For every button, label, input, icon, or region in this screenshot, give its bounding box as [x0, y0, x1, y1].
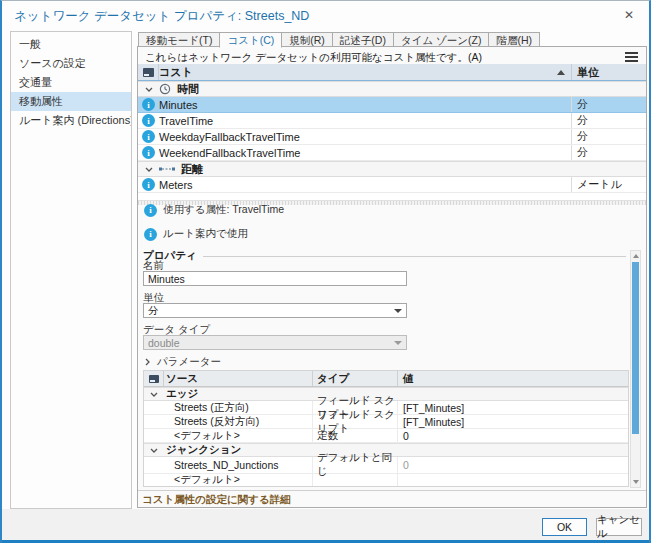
titlebar: ネットワーク データセット プロパティ: Streets_ND ✕	[2, 1, 649, 29]
units-column-header[interactable]: 単位	[571, 64, 646, 80]
network-dataset-properties-dialog: ネットワーク データセット プロパティ: Streets_ND ✕ 一般 ソース…	[0, 0, 651, 543]
tab-hierarchy[interactable]: 階層(H)	[488, 32, 540, 47]
chevron-down-icon[interactable]	[144, 388, 164, 400]
evaluator-type: フィールド スクリプト	[312, 415, 397, 428]
cost-name: Meters	[159, 179, 571, 191]
sidebar-item-travel-attributes[interactable]: 移動属性	[11, 92, 131, 111]
evaluator-row-junctions[interactable]: Streets_ND_Junctions デフォルトと同じ 0	[144, 457, 628, 474]
row-header-column-icon	[144, 371, 164, 386]
name-input[interactable]: Minutes	[143, 271, 407, 286]
menu-icon[interactable]	[625, 52, 638, 64]
cost-row-weekday-fallback[interactable]: i WeekdayFallbackTravelTime 分	[138, 129, 646, 145]
tab-restrictions[interactable]: 規制(R)	[282, 32, 332, 47]
tab-strip: 移動モード(T) コスト(C) 規制(R) 記述子(D) タイム ゾーン(Z) …	[138, 31, 540, 47]
group-row-distance[interactable]: 距離	[138, 161, 646, 177]
cost-column-header[interactable]: コスト	[159, 65, 193, 80]
group-row-time[interactable]: 時間	[138, 81, 646, 97]
source-column-header[interactable]: ソース	[164, 372, 312, 386]
evaluators-table: ソース タイプ 値 エッジ Streets (正方向) フィールド スクリプト …	[143, 370, 629, 487]
cost-settings-help-link[interactable]: コスト属性の設定に関する詳細	[142, 493, 291, 507]
info-icon: i	[142, 98, 155, 111]
cost-unit: 分	[571, 129, 646, 144]
dialog-title: ネットワーク データセット プロパティ: Streets_ND	[14, 8, 309, 25]
info-icon: i	[142, 146, 155, 159]
chevron-right-icon	[145, 358, 150, 366]
cost-unit: 分	[571, 145, 646, 160]
tab-descriptors[interactable]: 記述子(D)	[332, 32, 393, 47]
evaluator-row-clipped[interactable]: <デフォルト>	[144, 474, 628, 486]
info-icon: i	[142, 130, 155, 143]
datatype-select: double	[143, 335, 407, 350]
cost-name: Minutes	[159, 99, 571, 111]
cost-unit: 分	[571, 97, 646, 112]
sidebar-item-directions[interactable]: ルート案内 (Directions)	[11, 111, 131, 130]
info-icon: i	[144, 228, 157, 241]
evaluator-value: [FT_Minutes]	[397, 415, 628, 428]
group-label-edges: エッジ	[164, 387, 312, 401]
type-column-header[interactable]: タイプ	[312, 371, 397, 386]
costs-tab-page: これらはネットワーク データセットの利用可能なコスト属性です。(A) コスト 単…	[137, 46, 647, 508]
info-icon: i	[144, 204, 157, 217]
evaluator-source: <デフォルト>	[164, 429, 312, 443]
group-label-distance: 距離	[181, 162, 203, 177]
evaluator-value: [FT_Minutes]	[397, 401, 628, 414]
evaluator-value: 0	[397, 429, 628, 442]
sidebar-item-general[interactable]: 一般	[11, 35, 131, 54]
distance-icon	[159, 165, 175, 173]
properties-pane: プロパティ 名前 Minutes 単位 分 データ タイプ double パラメ…	[139, 247, 630, 490]
evaluator-type: 定数	[312, 429, 397, 442]
group-label-junctions: ジャンクション	[164, 443, 312, 457]
cancel-button[interactable]: キャンセル	[596, 518, 642, 536]
tab-travel-modes[interactable]: 移動モード(T)	[138, 32, 219, 47]
evaluator-row-default-edge[interactable]: <デフォルト> 定数 0	[144, 429, 628, 443]
scrollbar-thumb[interactable]	[632, 262, 639, 434]
sidebar-item-traffic[interactable]: 交通量	[11, 73, 131, 92]
cost-row-minutes[interactable]: i Minutes 分	[138, 97, 646, 113]
chevron-down-icon[interactable]	[144, 444, 164, 456]
evaluator-source: Streets_ND_Junctions	[164, 459, 312, 471]
info-icon: i	[142, 114, 155, 127]
cost-row-meters[interactable]: i Meters メートル	[138, 177, 646, 193]
chevron-down-icon[interactable]	[138, 87, 159, 92]
chevron-down-icon	[394, 341, 402, 345]
chevron-down-icon[interactable]	[138, 167, 159, 172]
info-icon: i	[142, 178, 155, 191]
cost-name: WeekdayFallbackTravelTime	[159, 131, 571, 143]
group-label-time: 時間	[177, 82, 199, 97]
evaluator-source: <デフォルト>	[164, 474, 312, 486]
sidebar: 一般 ソースの設定 交通量 移動属性 ルート案内 (Directions)	[10, 31, 132, 509]
evaluators-table-header[interactable]: ソース タイプ 値	[144, 371, 628, 387]
evaluator-type: デフォルトと同じ	[312, 457, 397, 473]
pane-divider	[138, 490, 646, 491]
cost-attributes-table: コスト 単位 時間 i Minutes	[138, 64, 646, 205]
cost-unit: メートル	[571, 177, 646, 192]
evaluator-row-streets-tf[interactable]: Streets (反対方向) フィールド スクリプト [FT_Minutes]	[144, 415, 628, 429]
evaluator-value: 0	[397, 457, 628, 473]
scroll-down-icon[interactable]	[631, 477, 640, 487]
cost-row-weekend-fallback[interactable]: i WeekendFallbackTravelTime 分	[138, 145, 646, 161]
cost-table-header[interactable]: コスト 単位	[138, 64, 646, 81]
cost-name: WeekendFallbackTravelTime	[159, 147, 571, 159]
row-header-column-icon	[138, 64, 159, 80]
clock-icon	[159, 83, 171, 95]
tab-time-zones[interactable]: タイム ゾーン(Z)	[393, 32, 489, 47]
cost-name: TravelTime	[159, 115, 571, 127]
sort-ascending-icon	[557, 70, 565, 75]
ok-button[interactable]: OK	[542, 518, 587, 536]
unit-select[interactable]: 分	[143, 303, 407, 318]
tab-costs[interactable]: コスト(C)	[219, 32, 282, 48]
value-column-header[interactable]: 値	[397, 371, 628, 386]
cost-unit: 分	[571, 113, 646, 128]
chevron-down-icon	[394, 309, 402, 313]
cost-description: これらはネットワーク データセットの利用可能なコスト属性です。(A)	[145, 51, 482, 65]
used-attribute-info: i 使用する属性: TravelTime	[144, 203, 284, 217]
scroll-up-icon[interactable]	[631, 251, 640, 261]
footer: OK キャンセル	[2, 509, 649, 541]
properties-scrollbar[interactable]	[630, 250, 641, 488]
cost-row-traveltime[interactable]: i TravelTime 分	[138, 113, 646, 129]
close-icon[interactable]: ✕	[621, 7, 637, 23]
parameters-expander[interactable]: パラメーター	[145, 355, 221, 369]
sidebar-item-source-settings[interactable]: ソースの設定	[11, 54, 131, 73]
evaluator-source: Streets (正方向)	[164, 401, 312, 415]
directions-info: i ルート案内で使用	[144, 227, 248, 241]
